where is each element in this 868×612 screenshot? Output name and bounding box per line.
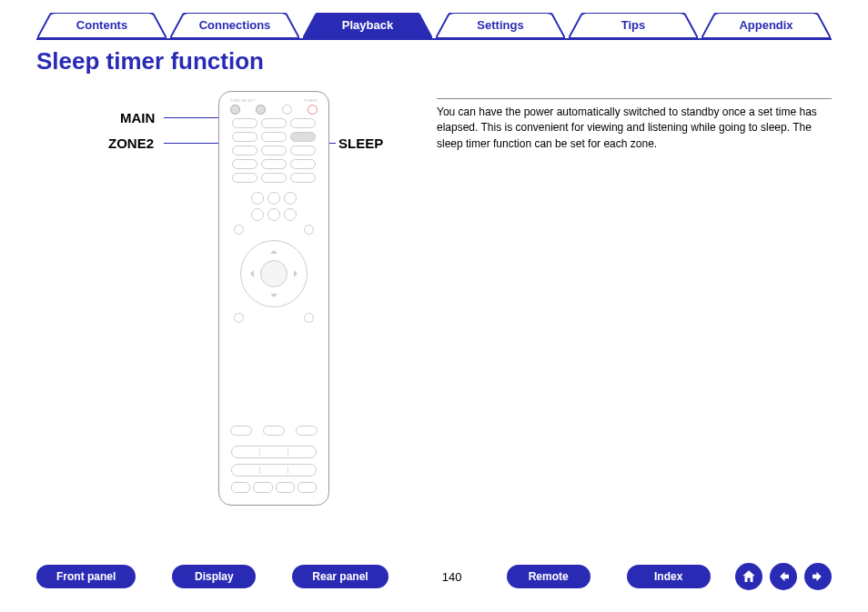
remote-btn bbox=[284, 208, 297, 221]
remote-btn bbox=[290, 145, 316, 156]
callout-main: MAIN bbox=[120, 110, 155, 125]
content-area: Sleep timer function MAIN ZONE2 SLEEP ZO… bbox=[0, 40, 868, 152]
home-icon bbox=[741, 568, 757, 585]
tab-playback[interactable]: Playback bbox=[303, 13, 432, 38]
callout-zone2: ZONE2 bbox=[108, 135, 154, 151]
remote-btn-zone2 bbox=[256, 105, 266, 115]
tab-label: Connections bbox=[199, 18, 271, 32]
remote-btn bbox=[234, 225, 244, 235]
tab-label: Tips bbox=[621, 18, 646, 32]
tab-appendix[interactable]: Appendix bbox=[701, 13, 831, 38]
nav-index[interactable]: Index bbox=[627, 565, 711, 588]
remote-btn-sleep bbox=[290, 132, 316, 142]
remote-btn bbox=[267, 192, 280, 205]
nav-front-panel[interactable]: Front panel bbox=[36, 565, 136, 588]
callout-sleep: SLEEP bbox=[338, 135, 383, 151]
remote-btn bbox=[304, 225, 314, 235]
remote-btn bbox=[284, 192, 297, 205]
remote-btn bbox=[267, 208, 280, 221]
footer-bar: Front panel Display Rear panel 140 Remot… bbox=[0, 563, 868, 590]
tab-label: Contents bbox=[76, 18, 127, 32]
description-paragraph: You can have the power automatically swi… bbox=[437, 98, 832, 152]
remote-btn bbox=[251, 192, 264, 205]
remote-btn bbox=[261, 132, 287, 142]
tab-settings[interactable]: Settings bbox=[436, 13, 565, 38]
remote-btn bbox=[232, 173, 257, 183]
remote-btn bbox=[232, 118, 257, 128]
remote-btn bbox=[261, 173, 287, 183]
right-column: You can have the power automatically swi… bbox=[437, 47, 832, 152]
tab-label: Playback bbox=[342, 18, 393, 32]
remote-btn bbox=[296, 426, 318, 436]
remote-btn-group bbox=[231, 446, 317, 458]
tab-label: Settings bbox=[477, 18, 523, 32]
tab-connections[interactable]: Connections bbox=[170, 13, 299, 38]
page-title: Sleep timer function bbox=[36, 47, 437, 75]
nav-display[interactable]: Display bbox=[172, 565, 256, 588]
remote-btn bbox=[234, 313, 244, 323]
tab-label: Appendix bbox=[739, 18, 792, 32]
nav-rear-panel[interactable]: Rear panel bbox=[292, 565, 388, 588]
prev-page-button[interactable] bbox=[770, 563, 797, 590]
top-tabs: Contents Connections Playback Settings T… bbox=[0, 0, 868, 38]
remote-btn-main bbox=[230, 105, 240, 115]
remote-dpad bbox=[240, 240, 308, 307]
remote-illustration: ZONE SELECT POWER bbox=[218, 91, 329, 506]
nav-icon-group bbox=[735, 563, 832, 590]
remote-btn bbox=[304, 313, 314, 323]
tab-tips[interactable]: Tips bbox=[569, 13, 698, 38]
remote-btn bbox=[251, 208, 264, 221]
remote-btn-group bbox=[231, 482, 317, 493]
arrow-left-icon bbox=[775, 568, 792, 585]
home-button[interactable] bbox=[735, 563, 762, 590]
remote-btn bbox=[230, 426, 252, 436]
remote-btn bbox=[282, 105, 292, 115]
remote-btn bbox=[290, 173, 316, 183]
remote-btn bbox=[290, 159, 316, 169]
remote-btn bbox=[232, 145, 257, 156]
remote-btn-power bbox=[308, 105, 318, 115]
arrow-right-icon bbox=[810, 568, 826, 585]
next-page-button[interactable] bbox=[804, 563, 832, 590]
remote-btn bbox=[261, 145, 287, 156]
page-number: 140 bbox=[425, 570, 479, 584]
remote-btn bbox=[232, 132, 257, 142]
nav-remote[interactable]: Remote bbox=[507, 565, 590, 588]
remote-btn bbox=[290, 118, 316, 128]
remote-btn-group bbox=[231, 464, 317, 477]
left-column: Sleep timer function MAIN ZONE2 SLEEP ZO… bbox=[36, 47, 437, 152]
remote-btn bbox=[261, 159, 287, 169]
tab-contents[interactable]: Contents bbox=[37, 13, 167, 38]
remote-label-power: POWER bbox=[304, 99, 318, 103]
remote-btn bbox=[263, 426, 285, 436]
remote-btn bbox=[232, 159, 257, 169]
remote-label-zone-select: ZONE SELECT bbox=[230, 99, 256, 103]
remote-btn bbox=[261, 118, 287, 128]
